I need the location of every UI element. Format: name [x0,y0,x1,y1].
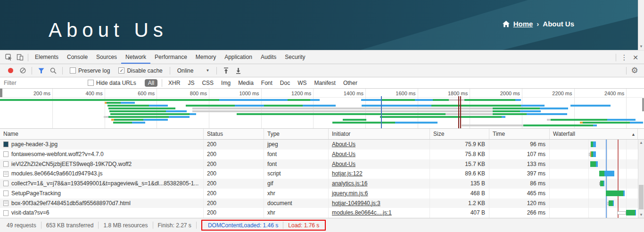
column-header-name[interactable]: Name [0,129,204,139]
request-initiator-cell: About-Us [329,140,430,149]
device-toolbar-button[interactable] [14,52,25,63]
request-time-cell: 266 ms [489,208,550,218]
checkbox-unchecked[interactable] [70,67,76,74]
panel-tabs: ElementsConsoleSourcesNetworkPerformance… [31,51,310,64]
filter-type-doc[interactable]: Doc [280,80,290,86]
column-header-status[interactable]: Status [204,129,264,139]
tab-application[interactable]: Application [220,51,256,64]
filter-input[interactable] [0,78,80,88]
tab-sources[interactable]: Sources [92,51,121,64]
divider [62,67,63,75]
filter-toggle-icon[interactable] [35,66,47,76]
initiator-link[interactable]: hotjar.js:122 [332,170,363,177]
divider [98,222,99,229]
scroll-down-icon[interactable]: ▼ [639,44,643,49]
filter-type-other[interactable]: Other [343,80,357,86]
export-har-icon[interactable] [232,66,244,76]
settings-gear-icon[interactable]: ⚙ [629,66,640,76]
divider [41,222,41,229]
filter-type-font[interactable]: Font [261,80,272,86]
filter-type-js[interactable]: JS [188,80,194,86]
request-status-cell: 200 [204,179,264,189]
table-row[interactable]: visit-data?sv=6200xhrmodules.8e0664c....… [0,208,644,218]
overview-request-bar [607,119,636,121]
initiator-link[interactable]: hotjar-1049940.js:3 [332,200,380,207]
ruler-tick-label: 1000 ms [229,91,259,96]
request-size-cell: 135 B [430,179,489,189]
request-initiator-cell: About-Us [329,149,430,159]
preserve-log-checkbox[interactable]: Preserve log [70,67,110,74]
network-overview[interactable]: 200 ms400 ms600 ms800 ms1000 ms1200 ms14… [0,89,644,129]
request-name: page-header-3.jpg [11,140,58,149]
table-row[interactable]: modules.8e0664c9a6601d947943.js200script… [0,169,644,179]
column-header-type[interactable]: Type [264,129,329,139]
column-header-time[interactable]: Time [489,129,550,139]
request-rows: page-header-3.jpg200jpegAbout-Us75.9 KB9… [0,140,644,218]
hide-data-urls-checkbox[interactable]: Hide data URLs [88,80,136,86]
table-row[interactable]: fontawesome-webfont.woff2?v=4.7.0200font… [0,149,644,159]
file-icon [3,181,8,186]
overview-request-bar [192,110,493,112]
breadcrumb-home-link[interactable]: Home [513,20,533,28]
filter-type-css[interactable]: CSS [202,80,214,86]
checkbox-unchecked[interactable] [88,80,94,86]
import-har-icon[interactable] [220,66,231,76]
browser-scrollbar[interactable]: ▼ [638,0,644,50]
divider [170,67,170,75]
column-header-waterfall[interactable]: Waterfall [550,129,638,139]
request-time-cell: 120 ms [489,199,550,208]
devtools-menu-icon[interactable]: ⋮ [619,52,630,63]
tab-audits[interactable]: Audits [256,51,281,64]
filter-type-all[interactable]: All [145,79,157,87]
overview-request-bar [113,122,132,124]
filter-type-media[interactable]: Media [238,80,254,86]
tab-elements[interactable]: Elements [31,51,63,64]
scroll-up-icon[interactable]: ▲ [639,141,643,145]
table-row[interactable]: SetupPageTracking200xhrjquery.min.js:646… [0,189,644,199]
tab-performance[interactable]: Performance [150,51,191,64]
checkbox-checked[interactable]: ✓ [118,67,124,74]
filter-type-ws[interactable]: WS [297,80,306,86]
initiator-link[interactable]: jquery.min.js:6 [332,190,368,197]
overview-request-bar [114,119,143,121]
tab-memory[interactable]: Memory [191,51,220,64]
request-status-cell: 200 [204,199,264,208]
filter-type-manifest[interactable]: Manifest [314,80,336,86]
disable-cache-checkbox[interactable]: ✓ Disable cache [118,67,162,74]
overview-request-bar [630,122,643,124]
clear-button[interactable] [17,66,28,76]
close-devtools-icon[interactable]: × [630,52,641,63]
sort-arrow-icon[interactable]: ▲ [631,132,636,137]
initiator-link[interactable]: modules.8e0664c....js:1 [332,209,392,216]
overview-drag-handle[interactable] [0,89,2,97]
tab-security[interactable]: Security [281,51,309,64]
overview-request-bar [186,105,235,107]
table-row[interactable]: ieVl2ZhZI2eCN5jzbjEETS9weq8-19K7DQ.woff2… [0,159,644,169]
tab-network[interactable]: Network [121,51,150,64]
preserve-log-label: Preserve log [78,67,110,74]
overview-scrollbar-thumb[interactable] [642,98,644,111]
scroll-down-icon[interactable]: ▼ [639,213,643,217]
request-name-cell: SetupPageTracking [0,189,204,199]
filter-type-xhr[interactable]: XHR [168,80,180,86]
request-time-cell: 465 ms [489,189,550,199]
inspect-element-button[interactable] [3,52,14,63]
initiator-link[interactable]: analytics.js:16 [332,180,367,187]
table-row[interactable]: box-90f3a29ef7448451db5af955688970d7.htm… [0,199,644,208]
initiator-link[interactable]: About-Us [332,161,355,167]
overview-request-bar [108,116,169,118]
initiator-link[interactable]: About-Us [332,141,355,148]
initiator-link[interactable]: About-Us [332,151,355,157]
divider [196,222,197,229]
throttling-dropdown[interactable]: Online ▼ [177,67,210,74]
scrollbar-thumb[interactable] [639,185,644,209]
record-button[interactable] [5,66,16,76]
table-row[interactable]: page-header-3.jpg200jpegAbout-Us75.9 KB9… [0,140,644,149]
table-row[interactable]: collect?v=1&_v=j78&a=1935499001&t=pagevi… [0,179,644,189]
tab-console[interactable]: Console [63,51,92,64]
column-header-initiator[interactable]: Initiator [329,129,430,139]
table-scrollbar[interactable]: ▲ ▼ [638,140,644,218]
filter-type-img[interactable]: Img [221,80,231,86]
search-icon[interactable] [48,66,59,76]
column-header-size[interactable]: Size [430,129,489,139]
